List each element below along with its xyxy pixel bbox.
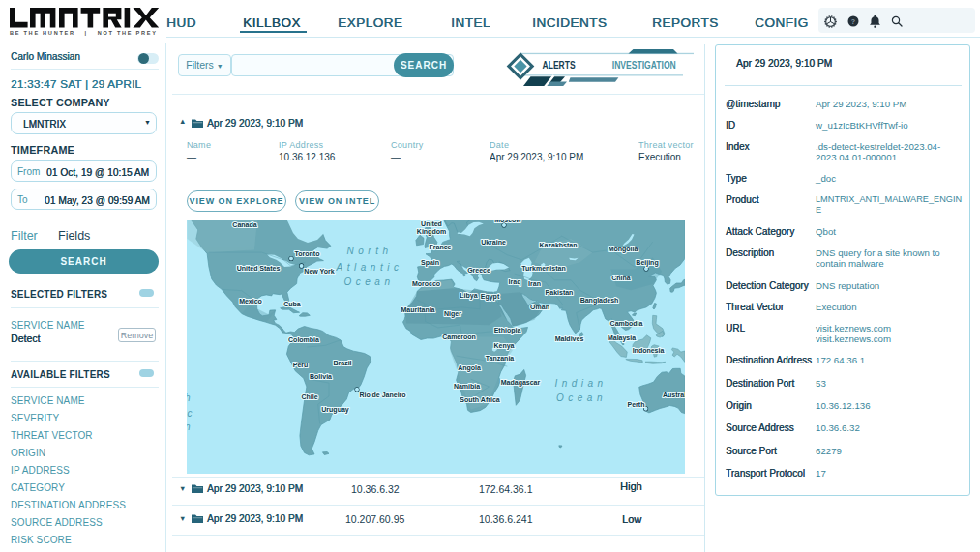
svg-text:ALERTS: ALERTS: [543, 59, 576, 71]
svg-text:Libya: Libya: [460, 292, 477, 300]
svg-text:Perth: Perth: [628, 401, 645, 408]
svg-text:Peru: Peru: [293, 362, 309, 368]
svg-text:Iraq: Iraq: [509, 278, 521, 286]
svg-text:Kenya: Kenya: [493, 342, 514, 350]
svg-text:France: France: [430, 244, 452, 250]
svg-text:Cameroon: Cameroon: [442, 334, 476, 340]
svg-text:Tanzania: Tanzania: [486, 355, 515, 362]
svg-text:Canada: Canada: [232, 221, 256, 228]
svg-text:Greece: Greece: [467, 267, 490, 274]
svg-text:North: North: [347, 246, 393, 256]
svg-text:Niger: Niger: [444, 310, 461, 318]
svg-text:Ukraine: Ukraine: [481, 239, 506, 246]
svg-text:Turkmenistan: Turkmenistan: [521, 265, 565, 272]
svg-text:Malaysia: Malaysia: [608, 334, 636, 342]
svg-text:?: ?: [851, 18, 855, 25]
svg-text:China: China: [611, 275, 631, 281]
svg-text:Morocco: Morocco: [412, 280, 440, 287]
svg-text:INVESTIGATION: INVESTIGATION: [612, 59, 676, 71]
svg-text:Ethiopia: Ethiopia: [494, 327, 521, 334]
svg-text:Australia: Australia: [663, 392, 685, 398]
svg-text:Rio de Janeiro: Rio de Janeiro: [359, 392, 405, 398]
svg-text:Pakistan: Pakistan: [546, 289, 574, 296]
svg-text:Namibia: Namibia: [454, 383, 480, 390]
svg-text:Bangladesh: Bangladesh: [580, 297, 619, 305]
svg-text:Ocean: Ocean: [344, 276, 395, 287]
svg-text:Egypt: Egypt: [481, 293, 500, 301]
svg-text:Moscow: Moscow: [494, 220, 521, 223]
svg-text:Cambodia: Cambodia: [610, 320, 643, 327]
svg-text:South Africa: South Africa: [460, 396, 499, 403]
svg-text:Bolivia: Bolivia: [310, 373, 332, 380]
svg-text:Angola: Angola: [458, 364, 481, 372]
svg-text:Ocean: Ocean: [187, 421, 194, 432]
svg-text:Mexico: Mexico: [239, 298, 262, 305]
svg-text:Mongolia: Mongolia: [609, 246, 638, 253]
svg-text:Iran: Iran: [528, 280, 541, 287]
svg-text:Atlantic: Atlantic: [336, 262, 403, 273]
svg-text:Brazil: Brazil: [333, 360, 351, 366]
svg-text:Kingdom: Kingdom: [417, 228, 446, 236]
svg-text:Toronto: Toronto: [295, 250, 320, 257]
svg-text:Chile: Chile: [301, 393, 317, 400]
svg-text:Indonesia: Indonesia: [633, 347, 665, 354]
svg-text:Spain: Spain: [421, 259, 439, 267]
svg-text:Ocean: Ocean: [556, 392, 607, 403]
svg-text:Colombia: Colombia: [288, 336, 319, 343]
svg-text:Pacific: Pacific: [187, 408, 196, 419]
svg-text:New York: New York: [304, 268, 334, 275]
svg-text:Indian: Indian: [554, 378, 607, 389]
svg-text:Cuba: Cuba: [283, 301, 301, 307]
svg-text:United States: United States: [237, 265, 281, 272]
svg-text:Uruguay: Uruguay: [321, 406, 349, 414]
svg-text:Madagascar: Madagascar: [501, 379, 541, 387]
svg-text:Maldives: Maldives: [555, 335, 584, 342]
svg-text:Kazakhstan: Kazakhstan: [540, 242, 578, 248]
svg-text:Beijing: Beijing: [636, 259, 658, 267]
svg-text:Oman: Oman: [530, 304, 549, 310]
svg-text:United: United: [421, 220, 442, 227]
svg-text:Mauritania: Mauritania: [401, 306, 434, 313]
svg-text:South: South: [187, 392, 194, 403]
